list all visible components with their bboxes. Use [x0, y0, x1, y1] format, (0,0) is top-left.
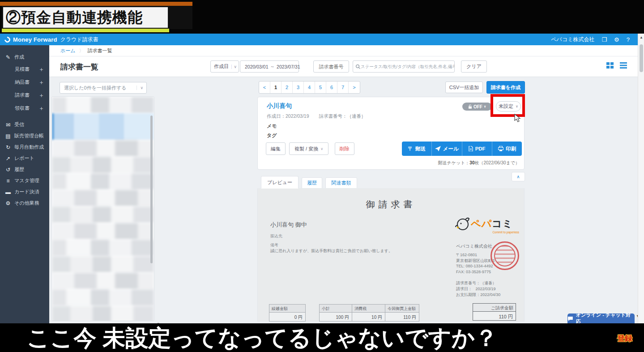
sidebar-item-delivery-notes[interactable]: 納品書 ＋: [0, 76, 49, 89]
list-item[interactable]: [52, 190, 154, 206]
invoice-due-line: お支払期限：2022/04/30: [456, 292, 500, 298]
breadcrumb: ホーム 〉 請求書一覧: [49, 45, 638, 56]
gear-icon[interactable]: ⚙: [614, 37, 619, 43]
sidebar-item-sales-ledger[interactable]: ▤ 販売管理台帳: [0, 130, 49, 142]
date-from: 2020/03/01: [245, 64, 269, 69]
page-scrollbar[interactable]: ▲: [638, 34, 644, 323]
invoice-date-line: 請求日： 2022/03/19: [456, 286, 496, 292]
scrollbar-thumb[interactable]: [640, 44, 643, 72]
scroll-up-icon[interactable]: ▲: [640, 35, 643, 39]
sidebar-item-receipts[interactable]: 領収書 ＋: [0, 102, 49, 115]
chat-bubble-icon: [567, 316, 573, 321]
list-item[interactable]: [52, 140, 154, 157]
subtitle-caption: ここ今 未設定ってなってるじゃないですか？: [0, 322, 644, 352]
edit-button[interactable]: 編集: [266, 142, 286, 155]
title-bar: 請求書一覧 作成日 ∨ 2020/03/01 ～ 2023/07/31 クリア: [49, 56, 638, 77]
date-type-select[interactable]: 作成日 ∨: [210, 60, 239, 73]
email-button[interactable]: メール: [432, 142, 462, 156]
pager-page-7[interactable]: 7: [337, 82, 349, 93]
list-item[interactable]: [52, 240, 154, 256]
sidebar-item-card-payment[interactable]: ▬ カード決済: [0, 186, 49, 197]
postal-ticket-note: 郵送チケット：30枚（2022/06/30まで）: [438, 160, 520, 166]
printer-icon: [498, 146, 503, 151]
pdf-button[interactable]: PDF: [462, 142, 492, 156]
bank-label: 振込先: [270, 233, 282, 239]
list-item[interactable]: [52, 173, 154, 190]
lock-toggle[interactable]: OFF ∨: [462, 103, 492, 111]
issuer-fax: FAX: 03-3528-9775: [456, 270, 491, 274]
list-item[interactable]: [52, 223, 154, 240]
tax-value: 10 円: [352, 312, 385, 321]
list-item[interactable]: [52, 97, 154, 113]
view-grid-button[interactable]: [606, 62, 614, 69]
clear-button[interactable]: クリア: [461, 60, 487, 73]
collapse-button[interactable]: ∧: [512, 172, 525, 181]
list-scrollbar[interactable]: [150, 116, 153, 263]
search-input[interactable]: [361, 64, 454, 69]
invoice-list-redacted[interactable]: [51, 96, 154, 321]
guide-book-icon[interactable]: ❒: [601, 37, 607, 43]
lock-open-icon: [468, 104, 472, 109]
pager-page-4[interactable]: 4: [304, 82, 315, 93]
breadcrumb-home-link[interactable]: ホーム: [60, 47, 76, 54]
duplicate-convert-button[interactable]: 複製 / 変換 ∨: [289, 142, 328, 155]
print-button[interactable]: 印刷: [492, 142, 522, 156]
invoice-no-line: 請求書番号：（連番）: [456, 280, 496, 286]
tab-history[interactable]: 履歴: [302, 177, 322, 189]
sidebar-item-monthly-auto[interactable]: ↻ 毎月自動作成: [0, 142, 49, 153]
pager-page-3[interactable]: 3: [293, 82, 304, 93]
sidebar-item-inbox[interactable]: ✉ 受信: [0, 119, 49, 130]
billed-label: ご請求金額: [473, 304, 516, 311]
plus-icon[interactable]: ＋: [38, 78, 44, 86]
sidebar-item-other[interactable]: ⚙ その他業務: [0, 197, 49, 209]
list-item[interactable]: [52, 289, 154, 306]
pager-prev-button[interactable]: <: [259, 82, 270, 93]
note-label: 備考: [270, 242, 278, 248]
plus-icon[interactable]: ＋: [38, 91, 44, 99]
document-icon: [469, 146, 473, 151]
plus-icon[interactable]: ＋: [38, 65, 44, 73]
list-item[interactable]: [52, 206, 154, 223]
create-invoice-button[interactable]: 請求書を作成: [486, 81, 525, 94]
account-company-name[interactable]: ペパコミ株式会社: [551, 36, 594, 43]
customer-name-link[interactable]: 小川喜句: [267, 102, 292, 110]
tab-related-docs[interactable]: 関連書類: [325, 177, 357, 189]
pager-page-2[interactable]: 2: [281, 82, 293, 93]
view-list-button[interactable]: [620, 62, 627, 69]
sidebar-item-quotes[interactable]: 見積書 ＋: [0, 63, 49, 76]
list-item[interactable]: [52, 256, 154, 273]
list-item[interactable]: [52, 157, 154, 173]
sidebar-item-reports[interactable]: ↗ レポート: [0, 153, 49, 164]
bulk-action-select[interactable]: 選択した0件を一括操作する ∨: [60, 82, 147, 94]
pager-next-button[interactable]: >: [349, 82, 360, 93]
video-frame: ②預金自動連携機能 Money Forward クラウド請求書 ペパコミ株式会社…: [0, 0, 644, 352]
invoice-note: 誠に恐れ入りますが、振込手数料は貴社ご負担でお願い致します。: [270, 248, 392, 254]
sidebar-item-master[interactable]: ≡ マスタ管理: [0, 175, 49, 186]
date-range-field[interactable]: 2020/03/01 ～ 2023/07/31: [240, 60, 299, 73]
sidebar-item-invoices[interactable]: 請求書 ＋: [0, 89, 49, 102]
pager-page-5[interactable]: 5: [315, 82, 326, 93]
page-title: 請求書一覧: [60, 62, 98, 72]
list-item-selected[interactable]: [52, 113, 154, 140]
post-button[interactable]: 〒 郵送: [402, 142, 432, 156]
ledger-icon: ▤: [4, 133, 12, 139]
invoice-number-input[interactable]: [313, 60, 349, 73]
pager-page-1[interactable]: 1: [270, 82, 281, 93]
search-field[interactable]: [353, 60, 455, 73]
content-area: 選択した0件を一括操作する ∨ < 1 2 3 4 5 6 7 > CSV一括追…: [49, 77, 638, 323]
brand-name: Money Forward: [13, 36, 57, 43]
list-item[interactable]: [52, 306, 154, 321]
sidebar-item-history[interactable]: ↺ 履歴: [0, 164, 49, 175]
delete-button[interactable]: 削除: [335, 142, 354, 155]
help-icon[interactable]: ?: [627, 37, 630, 43]
pager-page-6[interactable]: 6: [326, 82, 337, 93]
list-icon: ≡: [4, 178, 12, 184]
tab-preview[interactable]: プレビュー: [261, 176, 299, 189]
sidebar-item-create[interactable]: ✎ 作成: [0, 52, 49, 63]
subtotal-label: 小計: [320, 305, 352, 312]
subscribe-label[interactable]: 登録: [617, 333, 632, 343]
csv-bulk-add-button[interactable]: CSV一括追加: [445, 82, 483, 93]
plus-icon[interactable]: ＋: [38, 104, 44, 112]
product-name: クラウド請求書: [60, 36, 98, 43]
list-item[interactable]: [52, 273, 154, 289]
